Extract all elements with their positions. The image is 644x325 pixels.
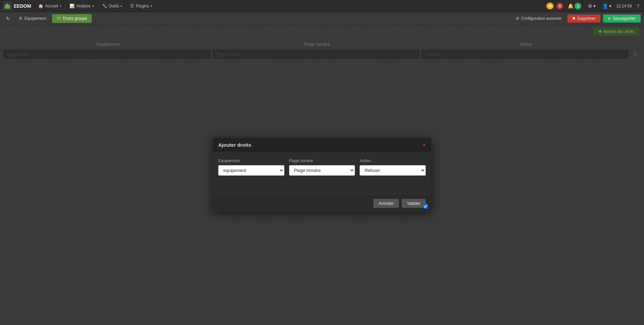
valider-button[interactable]: Valider [402, 199, 426, 208]
notification-badge-yellow[interactable]: 30 [546, 3, 554, 9]
tab-equipement-label: Equipement [25, 16, 46, 21]
svg-rect-0 [5, 5, 10, 9]
help-button[interactable]: ? [635, 3, 641, 9]
tab-equipement[interactable]: ⚙ Equipement [14, 14, 51, 23]
user-button[interactable]: 👤 ▾ [600, 3, 613, 9]
chevron-down-icon: ▾ [593, 3, 596, 9]
select-plage-horaire[interactable]: Plage Horaire [289, 165, 355, 176]
gear-icon: ⚙ [588, 3, 592, 9]
notification-badge-red[interactable]: 8 [556, 3, 563, 9]
tab-droits-groupe-label: Droits groupe [63, 16, 87, 21]
config-avancee-button[interactable]: ⚙ Configuration avancée [512, 15, 565, 22]
wrench-icon: 🔧 [102, 4, 107, 8]
svg-marker-1 [5, 3, 10, 6]
modal-form-row: Equipement equipement Plage horaire Plag… [218, 158, 426, 176]
plugins-menu[interactable]: ☰ Plugins ▾ [127, 2, 155, 10]
shield-icon: 🛡 [57, 16, 61, 21]
outils-menu[interactable]: 🔧 Outils ▾ [99, 2, 126, 10]
modal-body: Equipement equipement Plage horaire Plag… [213, 152, 431, 194]
tab-droits-groupe[interactable]: 🛡 Droits groupe [52, 14, 92, 23]
ajouter-droits-modal: Ajouter droits × Equipement equipement P… [213, 138, 431, 212]
select-equipement[interactable]: equipement [218, 165, 284, 176]
modal-checkbox[interactable] [423, 204, 428, 208]
modal-overlay: Ajouter droits × Equipement equipement P… [0, 25, 644, 325]
chevron-down-icon: ▾ [60, 4, 61, 8]
config-avancee-label: Configuration avancée [521, 16, 561, 21]
chevron-down-icon: ▾ [609, 3, 611, 9]
top-navbar: EEDOM 🏠 Accueil ▾ 📊 Analyse ▾ 🔧 Outils ▾… [0, 0, 644, 12]
accueil-menu[interactable]: 🏠 Accueil ▾ [35, 2, 65, 10]
bell-icon: 🔔 [568, 3, 573, 9]
time-display: 12:14:56 [616, 4, 632, 8]
main-content: ✚ Ajouter des droits Equipement Plage ho… [0, 25, 644, 325]
chevron-down-icon: ▾ [92, 4, 94, 8]
sauvegarder-label: Sauvegarder [613, 16, 636, 21]
plugin-icon: ☰ [130, 4, 134, 8]
home-icon: 🏠 [38, 4, 43, 8]
label-action: Action [360, 158, 426, 163]
secondary-navbar: ↻ ⚙ Equipement 🛡 Droits groupe ⚙ Configu… [0, 12, 644, 25]
chevron-down-icon: ▾ [121, 4, 122, 8]
alert-badge: 1 [574, 3, 581, 9]
analyse-label: Analyse [76, 4, 91, 8]
modal-header: Ajouter droits × [213, 138, 431, 152]
topnav-right: 30 8 🔔 1 ⚙ ▾ 👤 ▾ 12:14:56 ? [546, 2, 641, 10]
label-equipement: Equipement [218, 158, 284, 163]
analyse-menu[interactable]: 📊 Analyse ▾ [66, 2, 97, 10]
save-icon: ✔ [608, 16, 611, 21]
form-group-plage: Plage horaire Plage Horaire [289, 158, 355, 176]
form-group-equipement: Equipement equipement [218, 158, 284, 176]
refresh-icon[interactable]: ↻ [3, 14, 13, 22]
plugins-label: Plugins [136, 4, 149, 8]
supprimer-label: Supprimer [577, 16, 596, 21]
logo-text: EEDOM [14, 3, 31, 9]
help-icon: ? [637, 3, 639, 9]
form-group-action: Action Refuser Autoriser [360, 158, 426, 176]
modal-footer: Annuler Valider [213, 194, 431, 212]
annuler-button[interactable]: Annuler [373, 199, 399, 208]
user-icon: 👤 [602, 3, 608, 9]
settings-button[interactable]: ⚙ ▾ [586, 3, 598, 9]
trash-icon: ✖ [572, 16, 576, 21]
accueil-label: Accueil [45, 4, 58, 8]
app-logo: EEDOM [3, 1, 31, 11]
outils-label: Outils [109, 4, 119, 8]
select-action[interactable]: Refuser Autoriser [360, 165, 426, 176]
equipment-icon: ⚙ [19, 16, 22, 21]
logo-icon [3, 1, 12, 11]
secondnav-right: ⚙ Configuration avancée ✖ Supprimer ✔ Sa… [512, 14, 641, 22]
sauvegarder-button[interactable]: ✔ Sauvegarder [603, 14, 641, 22]
supprimer-button[interactable]: ✖ Supprimer [567, 14, 600, 22]
settings-icon: ⚙ [516, 16, 519, 21]
chevron-down-icon: ▾ [151, 4, 152, 8]
modal-close-button[interactable]: × [423, 142, 426, 148]
chart-icon: 📊 [70, 4, 75, 8]
modal-title: Ajouter droits [218, 142, 251, 148]
alert-button[interactable]: 🔔 1 [566, 2, 583, 10]
label-plage-horaire: Plage horaire [289, 158, 355, 163]
